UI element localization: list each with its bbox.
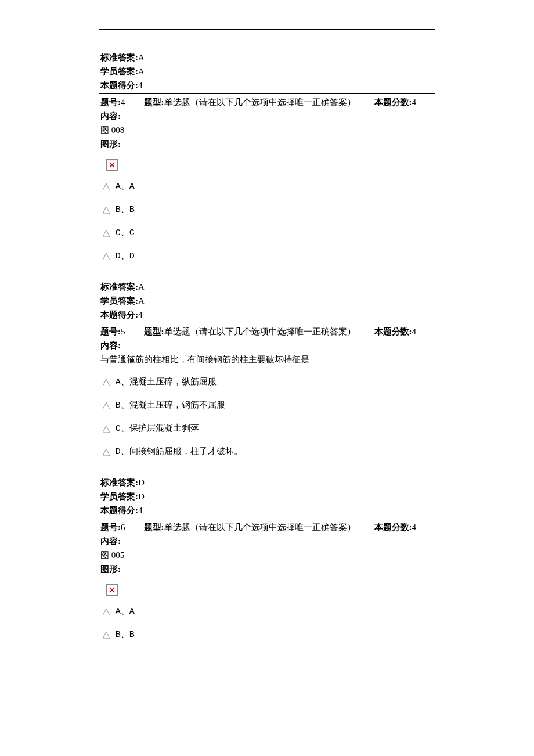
q4-option-b-text: B、B [116, 205, 135, 215]
q6-option-a: A、A [99, 604, 435, 619]
q4-option-a-text: A、A [116, 182, 135, 192]
q5-option-b: B、混凝土压碎，钢筋不屈服 [99, 398, 435, 413]
question-6-number: 6 [121, 520, 125, 534]
triangle-icon [103, 379, 110, 386]
svg-marker-6 [103, 379, 110, 386]
question-type-label: 题型: [144, 325, 164, 339]
q5-option-c: C、保护层混凝土剥落 [99, 421, 435, 436]
q4-option-c: C、C [99, 225, 435, 240]
question-type-text: 单选题（请在以下几个选项中选择唯一正确答案） [164, 520, 356, 534]
score-earned-label: 本题得分: [100, 81, 138, 90]
question-5-block: 题号:5 题型:单选题（请在以下几个选项中选择唯一正确答案） 本题分数:4 内容… [99, 323, 435, 519]
q4-student-answer-line: 学员答案:A [99, 294, 435, 308]
standard-answer-label: 标准答案: [100, 282, 138, 291]
question-4-number: 4 [121, 95, 125, 109]
triangle-icon [103, 402, 110, 409]
question-no-label: 题号: [100, 95, 121, 109]
figure-label: 图形: [99, 137, 435, 151]
student-answer-line: 学员答案:A [99, 64, 435, 78]
q5-option-c-text: C、保护层混凝土剥落 [116, 424, 199, 434]
svg-marker-8 [103, 426, 110, 433]
q4-student-answer-value: A [138, 296, 145, 305]
q6-option-b: B、B [99, 627, 435, 642]
question-type-label: 题型: [144, 520, 164, 534]
question-type-text: 单选题（请在以下几个选项中选择唯一正确答案） [164, 95, 356, 109]
full-score-label: 本题分数: [374, 95, 412, 109]
question-type-label: 题型: [144, 95, 164, 109]
q5-option-b-text: B、混凝土压碎，钢筋不屈服 [116, 401, 225, 411]
question-4-full-score: 4 [412, 95, 417, 109]
broken-image-icon [106, 159, 118, 171]
q4-option-c-text: C、C [116, 228, 135, 238]
score-earned-line: 本题得分:4 [99, 78, 435, 92]
q5-option-a: A、混凝土压碎，纵筋屈服 [99, 375, 435, 390]
figure-label: 图形: [99, 562, 435, 576]
q4-score-earned-line: 本题得分:4 [99, 308, 435, 322]
q5-standard-answer-value: D [138, 478, 145, 487]
q4-option-a: A、A [99, 179, 435, 194]
student-answer-label: 学员答案: [100, 296, 138, 305]
question-4-header: 题号:4 题型:单选题（请在以下几个选项中选择唯一正确答案） 本题分数:4 [99, 94, 435, 109]
q5-score-earned-line: 本题得分:4 [99, 503, 435, 517]
student-answer-label: 学员答案: [100, 67, 138, 76]
standard-answer-label: 标准答案: [100, 53, 138, 62]
q5-score-earned-value: 4 [138, 506, 143, 515]
question-5-number: 5 [121, 325, 125, 339]
q4-standard-answer-line: 标准答案:A [99, 280, 435, 294]
standard-answer-value: A [138, 53, 145, 62]
content-label-line: 内容: [99, 109, 435, 123]
svg-marker-2 [103, 183, 110, 190]
student-answer-value: A [138, 67, 145, 76]
q5-option-d-text: D、间接钢筋屈服，柱子才破坏。 [116, 447, 243, 457]
q6-option-a-text: A、A [116, 607, 135, 617]
q4-option-d-text: D、D [116, 251, 135, 261]
svg-marker-13 [103, 632, 110, 639]
triangle-icon [103, 449, 110, 456]
q5-student-answer-line: 学员答案:D [99, 489, 435, 503]
question-5-header: 题号:5 题型:单选题（请在以下几个选项中选择唯一正确答案） 本题分数:4 [99, 323, 435, 339]
standard-answer-line: 标准答案:A [99, 51, 435, 64]
student-answer-label: 学员答案: [100, 492, 138, 501]
score-earned-value: 4 [138, 81, 143, 90]
question-5-stem: 与普通箍筋的柱相比，有间接钢筋的柱主要破坏特征是 [99, 352, 435, 366]
content-label-line: 内容: [99, 534, 435, 548]
triangle-icon [103, 609, 110, 615]
score-earned-label: 本题得分: [100, 310, 138, 319]
q4-option-b: B、B [99, 202, 435, 217]
triangle-icon [103, 426, 110, 433]
question-6-header: 题号:6 题型:单选题（请在以下几个选项中选择唯一正确答案） 本题分数:4 [99, 519, 435, 534]
question-6-image-ref: 图 005 [99, 548, 435, 562]
q5-option-a-text: A、混凝土压碎，纵筋屈服 [116, 377, 217, 387]
content-label-line: 内容: [99, 339, 435, 352]
triangle-icon [103, 632, 110, 639]
question-6-block: 题号:6 题型:单选题（请在以下几个选项中选择唯一正确答案） 本题分数:4 内容… [99, 519, 435, 642]
broken-image-icon [106, 584, 118, 596]
triangle-icon [103, 230, 110, 237]
svg-marker-5 [103, 253, 110, 260]
q5-student-answer-value: D [138, 492, 145, 501]
question-4-block: 题号:4 题型:单选题（请在以下几个选项中选择唯一正确答案） 本题分数:4 内容… [99, 94, 435, 323]
q6-option-b-text: B、B [116, 630, 135, 640]
question-no-label: 题号: [100, 325, 121, 339]
q5-standard-answer-line: 标准答案:D [99, 476, 435, 489]
svg-marker-4 [103, 230, 110, 237]
triangle-icon [103, 207, 110, 214]
triangle-icon [103, 253, 110, 260]
page-container: 标准答案:A 学员答案:A 本题得分:4 题号:4 题型:单选题（请在以下几个选… [0, 0, 534, 674]
full-score-label: 本题分数: [374, 520, 412, 534]
question-type-text: 单选题（请在以下几个选项中选择唯一正确答案） [164, 325, 356, 339]
content-label: 内容: [100, 537, 121, 546]
svg-marker-12 [103, 609, 110, 615]
question-4-image-ref: 图 008 [99, 123, 435, 137]
q4-standard-answer-value: A [138, 282, 145, 291]
svg-marker-9 [103, 449, 110, 456]
content-label: 内容: [100, 111, 121, 121]
prev-question-tail: 标准答案:A 学员答案:A 本题得分:4 [99, 30, 435, 94]
content-label: 内容: [100, 341, 121, 350]
standard-answer-label: 标准答案: [100, 478, 138, 487]
svg-marker-3 [103, 207, 110, 214]
content-border: 标准答案:A 学员答案:A 本题得分:4 题号:4 题型:单选题（请在以下几个选… [99, 29, 435, 645]
score-earned-label: 本题得分: [100, 506, 138, 515]
q5-option-d: D、间接钢筋屈服，柱子才破坏。 [99, 444, 435, 459]
question-6-full-score: 4 [412, 520, 417, 534]
